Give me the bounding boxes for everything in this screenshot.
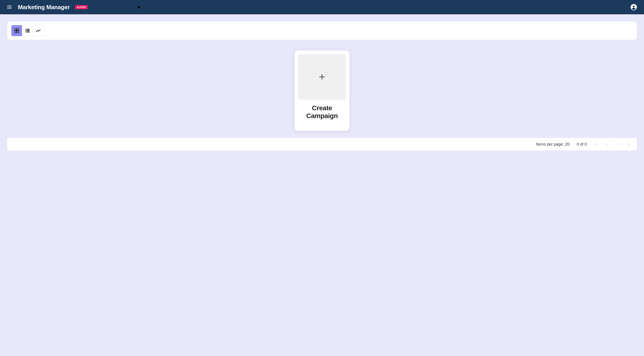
pagination-nav: [594, 142, 632, 147]
last-page-icon: [626, 142, 631, 146]
app-header: Marketing Manager ALPHA: [0, 0, 644, 14]
svg-rect-2: [15, 28, 16, 30]
items-per-page: Items per page: 20: [536, 142, 570, 147]
list-icon: [25, 28, 30, 33]
create-campaign-card[interactable]: Create Campaign: [294, 50, 350, 131]
svg-rect-6: [26, 29, 26, 30]
svg-rect-8: [26, 30, 26, 31]
pagination-info: Items per page: 20 0 of 0: [536, 142, 587, 147]
grid-view-button[interactable]: [12, 25, 22, 36]
chart-line-icon: [36, 28, 41, 33]
svg-point-1: [633, 5, 634, 7]
first-page-button[interactable]: [594, 142, 599, 147]
next-page-button[interactable]: [616, 142, 621, 147]
pagination-range: 0 of 0: [577, 142, 587, 147]
chart-view-button[interactable]: [33, 25, 44, 36]
hamburger-menu-icon[interactable]: [7, 4, 12, 10]
first-page-icon: [594, 142, 599, 146]
loading-indicator-icon: [138, 6, 140, 8]
svg-rect-3: [17, 28, 19, 30]
plus-icon: [318, 73, 326, 80]
toolbar: [7, 22, 637, 40]
card-grid: Create Campaign: [7, 50, 637, 131]
pagination-bar: Items per page: 20 0 of 0: [7, 138, 637, 150]
header-left: Marketing Manager ALPHA: [7, 4, 140, 11]
card-label: Create Campaign: [298, 100, 346, 127]
chevron-right-icon: [616, 142, 620, 146]
card-icon-area: [298, 54, 346, 100]
items-per-page-label: Items per page:: [536, 142, 564, 146]
last-page-button[interactable]: [626, 142, 632, 147]
list-view-button[interactable]: [22, 25, 33, 36]
svg-rect-10: [26, 32, 26, 32]
alpha-badge: ALPHA: [75, 5, 88, 9]
svg-rect-11: [27, 32, 30, 32]
app-title: Marketing Manager: [18, 4, 70, 11]
main-content: Create Campaign Items per page: 20 0 of …: [0, 14, 644, 158]
view-mode-toggle: [11, 25, 44, 36]
svg-rect-7: [27, 29, 30, 30]
svg-rect-9: [27, 30, 30, 31]
grid-icon: [14, 28, 20, 33]
account-icon[interactable]: [630, 4, 637, 10]
items-per-page-value[interactable]: 20: [565, 142, 570, 146]
svg-rect-4: [15, 31, 16, 33]
prev-page-button[interactable]: [605, 142, 610, 147]
svg-rect-5: [17, 31, 19, 33]
chevron-left-icon: [605, 142, 610, 146]
